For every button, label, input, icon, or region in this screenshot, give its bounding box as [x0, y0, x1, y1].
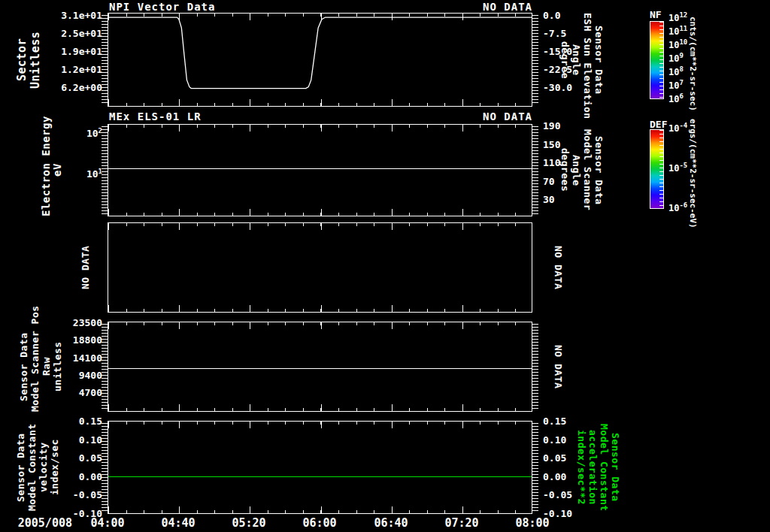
- x-major-ticks: [108, 422, 532, 428]
- panel1-y-axis-label: Sector Unitless: [15, 13, 42, 107]
- panel5-plot-area: [108, 421, 532, 514]
- y-tick-label: 2.5e+01: [44, 29, 102, 39]
- colorbar-def-unit: ergs/(cm**2-sr-sec-eV): [688, 119, 698, 219]
- x-tick-label: 06:00: [293, 516, 346, 530]
- y-axis-minor-ticks: [532, 423, 538, 512]
- y-axis-minor-ticks: [532, 126, 538, 214]
- colorbar-nf-title: NF: [650, 9, 662, 20]
- panel-3: NO DATA NO DATA: [0, 222, 770, 313]
- y-axis-minor-ticks: [102, 324, 108, 410]
- plot-screen: NPI Vector Data NO DATA Sector Unitless …: [0, 0, 770, 532]
- x-tick-label: 04:00: [81, 516, 134, 530]
- y-tick-label: -0.05: [44, 490, 102, 500]
- y-tick-label: 4700: [44, 388, 102, 398]
- x-tick-label: 06:40: [365, 516, 417, 530]
- panel3-no-data-left: NO DATA: [80, 222, 91, 313]
- panel4-no-data-right: NO DATA: [553, 322, 564, 412]
- panel1-title: NPI Vector Data: [109, 1, 215, 13]
- y-tick-label: 1.9e+01: [44, 47, 102, 57]
- y-tick-label: 1.2e+01: [44, 65, 102, 75]
- y-axis-minor-ticks: [102, 423, 108, 512]
- x-major-ticks: [108, 404, 532, 411]
- y-axis-minor-ticks: [532, 324, 538, 410]
- y-tick-label: 0.00: [44, 472, 102, 482]
- x-tick-label: 08:00: [506, 516, 559, 530]
- colorbar-nf-gradient: [650, 21, 664, 99]
- electron-energy-line: [108, 168, 532, 169]
- panel2-right-axis-label: Sensor Data Model Scanner Angle degrees: [559, 124, 605, 216]
- x-major-ticks: [108, 305, 532, 312]
- x-minor-ticks: [108, 223, 532, 226]
- x-minor-ticks: [108, 213, 532, 216]
- x-major-ticks: [108, 322, 532, 329]
- x-tick-label: 04:40: [152, 516, 205, 530]
- y-tick-label: 102: [44, 128, 102, 139]
- colorbar-def-title: DEF: [650, 119, 667, 130]
- x-major-ticks: [108, 209, 532, 216]
- y-tick-label: 0.10: [44, 435, 102, 446]
- y-axis-minor-ticks: [102, 15, 108, 104]
- y-tick-label: 14100: [44, 353, 102, 364]
- x-minor-ticks: [108, 309, 532, 312]
- sector-curve: [108, 14, 532, 106]
- y-axis-minor-ticks: [532, 15, 538, 104]
- x-minor-ticks: [108, 125, 532, 128]
- y-tick-label: 18800: [44, 335, 102, 346]
- y-tick-label: 0.15: [44, 416, 102, 427]
- panel1-right-axis-label: Sensor Data ESH Sun Elevation Angle degr…: [559, 13, 605, 107]
- y-tick-label: 3.1e+01: [44, 11, 102, 21]
- panel3-plot-area: [108, 222, 532, 313]
- y-tick-label: 9400: [44, 370, 102, 381]
- y-axis-minor-ticks: [102, 126, 108, 214]
- panel1-status: NO DATA: [442, 1, 532, 13]
- panel4-plot-area: [108, 322, 532, 412]
- x-minor-ticks: [108, 322, 532, 325]
- x-minor-ticks: [108, 510, 532, 513]
- y-tick-label: 6.2e+00: [44, 83, 102, 93]
- panel-4: Sensor Data Model Scanner Pos Raw unitle…: [0, 322, 770, 412]
- x-major-ticks: [108, 506, 532, 513]
- x-minor-ticks: [108, 408, 532, 411]
- y-tick-label: 23500: [44, 318, 102, 328]
- y-tick-label: 101: [44, 169, 102, 180]
- colorbar-def-gradient: [650, 129, 664, 209]
- panel1-plot-area: [108, 13, 532, 107]
- panel2-status: NO DATA: [442, 110, 532, 122]
- x-tick-label: 05:20: [223, 516, 275, 530]
- y-tick-label: 0.05: [44, 453, 102, 464]
- panel2-plot-area: [108, 124, 532, 216]
- x-tick-label: 07:20: [435, 516, 488, 530]
- panel2-title: MEx ELS-01 LR: [109, 110, 202, 122]
- panel-5: Sensor Data Model Constant velocity inde…: [0, 421, 770, 514]
- acceleration-line: [108, 476, 532, 477]
- x-major-ticks: [108, 125, 532, 131]
- panel5-right-axis-label: Sensor Data Model Constant acceleration …: [576, 421, 621, 514]
- scanner-pos-line: [108, 368, 532, 369]
- x-major-ticks: [108, 223, 532, 230]
- x-minor-ticks: [108, 422, 532, 425]
- x-axis-date: 2005/008: [0, 516, 72, 530]
- colorbar-nf-unit: cnts/(cm**2-sr-sec): [688, 17, 698, 107]
- panel3-no-data-right: NO DATA: [553, 222, 564, 313]
